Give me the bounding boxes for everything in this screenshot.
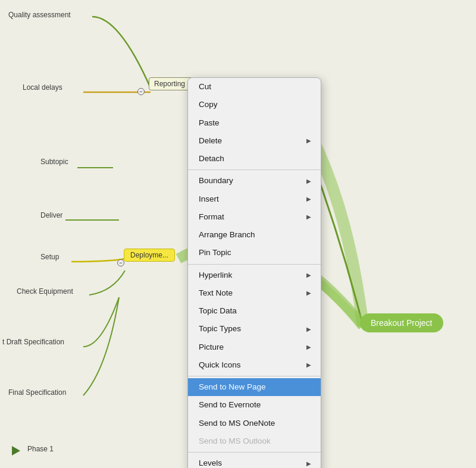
- arrow-icon-insert: ▶: [306, 194, 311, 203]
- context-menu: Cut Copy Paste Delete ▶ Detach Boundary …: [187, 77, 321, 468]
- menu-item-topicdata[interactable]: Topic Data: [188, 302, 321, 320]
- arrow-icon-boundary: ▶: [306, 177, 311, 186]
- arrow-icon-picture: ▶: [306, 343, 311, 351]
- collapse-icon-deployment[interactable]: −: [117, 259, 124, 266]
- menu-item-paste[interactable]: Paste: [188, 114, 321, 132]
- menu-item-levels[interactable]: Levels ▶: [188, 454, 321, 468]
- menu-item-sendtoevernote[interactable]: Send to Evernote: [188, 396, 321, 414]
- arrow-icon-hyperlink: ▶: [306, 271, 311, 279]
- separator-2: [188, 264, 321, 265]
- menu-item-sendtooutlook: Send to MS Outlook: [188, 432, 321, 450]
- menu-item-detach[interactable]: Detach: [188, 150, 321, 168]
- node-local-delays: Local delays: [23, 83, 62, 92]
- arrow-icon-quickicons: ▶: [306, 360, 311, 369]
- node-final-spec: Final Specification: [8, 388, 66, 397]
- arrow-icon-format: ▶: [306, 212, 311, 221]
- menu-item-topictypes[interactable]: Topic Types ▶: [188, 320, 321, 338]
- menu-item-quickicons[interactable]: Quick Icons ▶: [188, 356, 321, 374]
- separator-4: [188, 452, 321, 453]
- node-subtopic: Subtopic: [40, 158, 68, 166]
- arrow-icon-textnote: ▶: [306, 288, 311, 297]
- node-deliver: Deliver: [40, 211, 62, 219]
- arrow-icon-delete: ▶: [306, 136, 311, 145]
- separator-1: [188, 169, 321, 170]
- menu-item-format[interactable]: Format ▶: [188, 208, 321, 226]
- node-quality-assessment: Quality assessment: [8, 11, 71, 19]
- separator-3: [188, 376, 321, 376]
- node-setup: Setup: [40, 253, 59, 261]
- node-phase1: Phase 1: [27, 445, 54, 453]
- node-breakout-project[interactable]: Breakout Project: [360, 313, 443, 332]
- menu-item-copy[interactable]: Copy: [188, 96, 321, 114]
- menu-item-delete[interactable]: Delete ▶: [188, 132, 321, 150]
- menu-item-pintopic[interactable]: Pin Topic: [188, 244, 321, 262]
- arrow-icon-levels: ▶: [306, 459, 311, 468]
- menu-item-boundary[interactable]: Boundary ▶: [188, 172, 321, 190]
- node-draft-spec: t Draft Specification: [2, 338, 64, 346]
- menu-item-insert[interactable]: Insert ▶: [188, 190, 321, 208]
- play-icon-phase1: [12, 446, 20, 456]
- menu-item-hyperlink[interactable]: Hyperlink ▶: [188, 266, 321, 284]
- node-check-equipment: Check Equipment: [17, 287, 73, 296]
- menu-item-arrange[interactable]: Arrange Branch: [188, 226, 321, 244]
- arrow-icon-topictypes: ▶: [306, 325, 311, 334]
- menu-item-picture[interactable]: Picture ▶: [188, 338, 321, 356]
- menu-item-textnote[interactable]: Text Note ▶: [188, 284, 321, 302]
- menu-item-sendtoonenote[interactable]: Send to MS OneNote: [188, 414, 321, 432]
- collapse-icon-reporting[interactable]: −: [137, 88, 145, 95]
- node-deployment[interactable]: Deployme...: [124, 249, 175, 262]
- menu-item-cut[interactable]: Cut: [188, 78, 321, 96]
- menu-item-sendtonewpage[interactable]: Send to New Page: [188, 378, 321, 396]
